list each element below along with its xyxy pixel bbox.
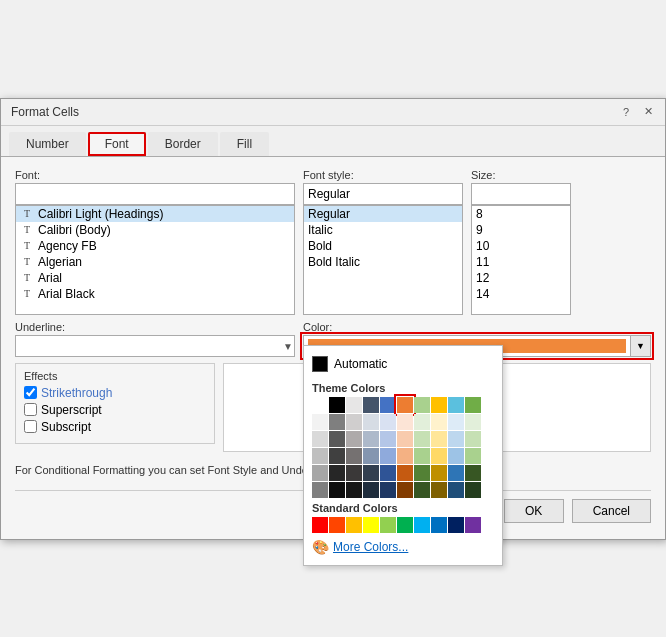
theme-color-3-1[interactable]: [329, 448, 345, 464]
standard-color-0[interactable]: [312, 517, 328, 533]
style-item-2[interactable]: Bold: [304, 238, 462, 254]
theme-color-0-2[interactable]: [346, 397, 362, 413]
theme-color-5-4[interactable]: [380, 482, 396, 498]
size-list[interactable]: 8 9 10 11 12 14: [471, 205, 571, 315]
theme-color-3-0[interactable]: [312, 448, 328, 464]
theme-color-1-1[interactable]: [329, 414, 345, 430]
theme-color-4-3[interactable]: [363, 465, 379, 481]
tab-number[interactable]: Number: [9, 132, 86, 156]
theme-color-0-5[interactable]: [397, 397, 413, 413]
tab-font[interactable]: Font: [88, 132, 146, 156]
theme-color-2-6[interactable]: [414, 431, 430, 447]
theme-color-2-8[interactable]: [448, 431, 464, 447]
font-style-input[interactable]: [303, 183, 463, 205]
theme-color-5-2[interactable]: [346, 482, 362, 498]
theme-color-3-8[interactable]: [448, 448, 464, 464]
font-item-0[interactable]: T Calibri Light (Headings): [16, 206, 294, 222]
standard-color-5[interactable]: [397, 517, 413, 533]
standard-color-3[interactable]: [363, 517, 379, 533]
theme-color-5-8[interactable]: [448, 482, 464, 498]
theme-color-3-6[interactable]: [414, 448, 430, 464]
theme-color-5-1[interactable]: [329, 482, 345, 498]
theme-color-0-0[interactable]: [312, 397, 328, 413]
theme-color-4-8[interactable]: [448, 465, 464, 481]
theme-color-4-6[interactable]: [414, 465, 430, 481]
font-item-4[interactable]: T Arial: [16, 270, 294, 286]
standard-color-8[interactable]: [448, 517, 464, 533]
theme-color-1-8[interactable]: [448, 414, 464, 430]
size-item-4[interactable]: 12: [472, 270, 570, 286]
font-style-list[interactable]: Regular Italic Bold Bold Italic: [303, 205, 463, 315]
theme-color-5-3[interactable]: [363, 482, 379, 498]
theme-color-4-1[interactable]: [329, 465, 345, 481]
theme-color-0-6[interactable]: [414, 397, 430, 413]
theme-color-2-9[interactable]: [465, 431, 481, 447]
strikethrough-checkbox[interactable]: [24, 386, 37, 399]
more-colors-row[interactable]: 🎨 More Colors...: [312, 537, 494, 557]
font-input[interactable]: [15, 183, 295, 205]
theme-color-1-7[interactable]: [431, 414, 447, 430]
cancel-button[interactable]: Cancel: [572, 499, 651, 523]
theme-color-3-4[interactable]: [380, 448, 396, 464]
theme-color-0-9[interactable]: [465, 397, 481, 413]
theme-color-0-7[interactable]: [431, 397, 447, 413]
theme-color-3-7[interactable]: [431, 448, 447, 464]
standard-color-7[interactable]: [431, 517, 447, 533]
style-item-0[interactable]: Regular: [304, 206, 462, 222]
font-item-3[interactable]: T Algerian: [16, 254, 294, 270]
theme-color-0-4[interactable]: [380, 397, 396, 413]
standard-color-6[interactable]: [414, 517, 430, 533]
ok-button[interactable]: OK: [504, 499, 564, 523]
font-item-5[interactable]: T Arial Black: [16, 286, 294, 302]
style-item-1[interactable]: Italic: [304, 222, 462, 238]
theme-color-1-3[interactable]: [363, 414, 379, 430]
tab-fill[interactable]: Fill: [220, 132, 269, 156]
theme-color-2-1[interactable]: [329, 431, 345, 447]
theme-color-4-0[interactable]: [312, 465, 328, 481]
theme-color-2-5[interactable]: [397, 431, 413, 447]
style-item-3[interactable]: Bold Italic: [304, 254, 462, 270]
theme-color-2-4[interactable]: [380, 431, 396, 447]
subscript-checkbox[interactable]: [24, 420, 37, 433]
automatic-row[interactable]: Automatic: [312, 354, 494, 378]
size-item-2[interactable]: 10: [472, 238, 570, 254]
theme-color-1-4[interactable]: [380, 414, 396, 430]
theme-color-1-5[interactable]: [397, 414, 413, 430]
standard-color-9[interactable]: [465, 517, 481, 533]
theme-color-5-6[interactable]: [414, 482, 430, 498]
standard-color-2[interactable]: [346, 517, 362, 533]
color-dropdown-button[interactable]: ▼: [631, 335, 651, 357]
standard-color-1[interactable]: [329, 517, 345, 533]
theme-color-2-2[interactable]: [346, 431, 362, 447]
theme-color-3-9[interactable]: [465, 448, 481, 464]
theme-color-4-4[interactable]: [380, 465, 396, 481]
theme-color-5-0[interactable]: [312, 482, 328, 498]
theme-color-4-7[interactable]: [431, 465, 447, 481]
theme-color-3-5[interactable]: [397, 448, 413, 464]
theme-color-0-8[interactable]: [448, 397, 464, 413]
theme-color-2-3[interactable]: [363, 431, 379, 447]
theme-color-3-3[interactable]: [363, 448, 379, 464]
theme-color-5-5[interactable]: [397, 482, 413, 498]
theme-color-1-6[interactable]: [414, 414, 430, 430]
theme-color-4-2[interactable]: [346, 465, 362, 481]
font-list[interactable]: T Calibri Light (Headings) T Calibri (Bo…: [15, 205, 295, 315]
tab-border[interactable]: Border: [148, 132, 218, 156]
underline-select[interactable]: [15, 335, 295, 357]
size-item-5[interactable]: 14: [472, 286, 570, 302]
theme-color-2-0[interactable]: [312, 431, 328, 447]
superscript-checkbox[interactable]: [24, 403, 37, 416]
size-item-1[interactable]: 9: [472, 222, 570, 238]
theme-color-4-5[interactable]: [397, 465, 413, 481]
size-item-0[interactable]: 8: [472, 206, 570, 222]
theme-color-0-3[interactable]: [363, 397, 379, 413]
theme-color-5-7[interactable]: [431, 482, 447, 498]
help-button[interactable]: ?: [619, 105, 633, 119]
theme-color-1-9[interactable]: [465, 414, 481, 430]
theme-color-0-1[interactable]: [329, 397, 345, 413]
close-button[interactable]: ✕: [641, 105, 655, 119]
font-item-1[interactable]: T Calibri (Body): [16, 222, 294, 238]
theme-color-4-9[interactable]: [465, 465, 481, 481]
size-item-3[interactable]: 11: [472, 254, 570, 270]
theme-color-5-9[interactable]: [465, 482, 481, 498]
